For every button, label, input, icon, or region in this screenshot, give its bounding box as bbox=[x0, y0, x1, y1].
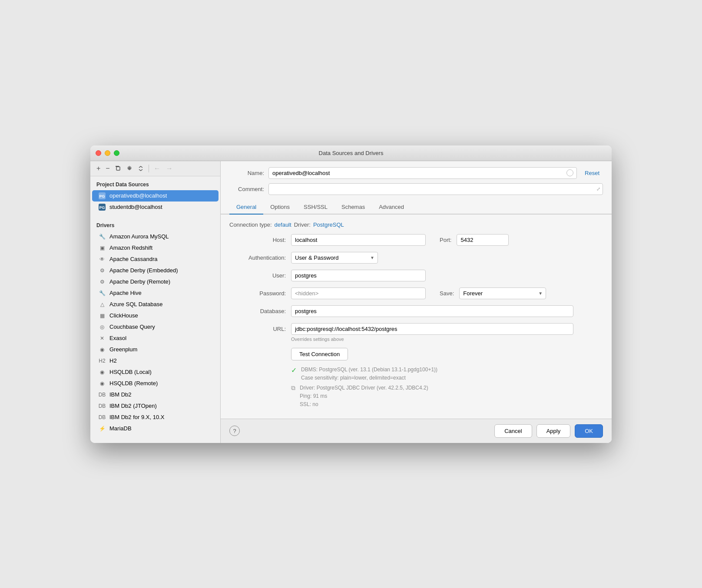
copy-button[interactable] bbox=[113, 165, 123, 172]
amazon-aurora-mysql-label: Amazon Aurora MySQL bbox=[109, 233, 169, 240]
driver-item-apache-cassandra[interactable]: 👁Apache Cassandra bbox=[92, 254, 219, 265]
driver-item-apache-derby-embedded[interactable]: ⚙Apache Derby (Embedded) bbox=[92, 265, 219, 276]
driver-item-amazon-aurora-mysql[interactable]: 🔧Amazon Aurora MySQL bbox=[92, 231, 219, 242]
driver-item-ibm-db2[interactable]: DBIBM Db2 bbox=[92, 389, 219, 400]
user-label: User: bbox=[229, 272, 286, 279]
apache-cassandra-label: Apache Cassandra bbox=[109, 256, 158, 262]
apache-cassandra-icon: 👁 bbox=[98, 255, 106, 263]
main-window: Data Sources and Drivers + − bbox=[90, 145, 612, 443]
add-button[interactable]: + bbox=[95, 164, 102, 173]
studentdb-icon: PG bbox=[98, 203, 106, 211]
driver-item-exasol[interactable]: ✕Exasol bbox=[92, 333, 219, 344]
tab-options[interactable]: Options bbox=[263, 200, 297, 215]
driver-item-ibm-db2-jtopen[interactable]: DBIBM Db2 (JTOpen) bbox=[92, 400, 219, 412]
drivers-list: 🔧Amazon Aurora MySQL▣Amazon Redshift👁Apa… bbox=[90, 231, 220, 434]
project-section-title: Project Data Sources bbox=[90, 176, 220, 190]
status-row-driver: ⧉ Driver: PostgreSQL JDBC Driver (ver. 4… bbox=[291, 384, 603, 409]
tab-advanced[interactable]: Advanced bbox=[372, 200, 411, 215]
tab-schemas[interactable]: Schemas bbox=[334, 200, 372, 215]
driver-item-apache-derby-remote[interactable]: ⚙Apache Derby (Remote) bbox=[92, 276, 219, 287]
reset-button[interactable]: Reset bbox=[581, 170, 603, 176]
exasol-label: Exasol bbox=[109, 335, 126, 341]
port-input[interactable] bbox=[457, 234, 509, 246]
back-button[interactable]: ← bbox=[152, 164, 162, 173]
close-button[interactable] bbox=[96, 150, 101, 156]
azure-sql-icon: △ bbox=[98, 301, 106, 308]
driver-item-mariadb[interactable]: ⚡MariaDB bbox=[92, 423, 219, 434]
mariadb-icon: ⚡ bbox=[98, 425, 106, 433]
remove-button[interactable]: − bbox=[104, 164, 111, 173]
azure-sql-label: Azure SQL Database bbox=[109, 301, 162, 307]
auth-label: Authentication: bbox=[229, 254, 286, 261]
conn-type-row: Connection type: default Driver: Postgre… bbox=[229, 221, 603, 228]
expand-icon: ⤢ bbox=[596, 186, 600, 192]
name-input[interactable] bbox=[268, 167, 577, 179]
driver-item-couchbase[interactable]: ◎Couchbase Query bbox=[92, 321, 219, 333]
driver-item-azure-sql[interactable]: △Azure SQL Database bbox=[92, 299, 219, 310]
driver-item-greenplum[interactable]: ◉Greenplum bbox=[92, 344, 219, 355]
maximize-button[interactable] bbox=[114, 150, 119, 156]
toolbar-separator bbox=[149, 165, 149, 172]
hsqldb-local-label: HSQLDB (Local) bbox=[109, 369, 152, 375]
driver-item-apache-hive[interactable]: 🔧Apache Hive bbox=[92, 287, 219, 299]
ibm-db2-label: IBM Db2 bbox=[109, 391, 132, 398]
status-ping: Ping: 91 ms bbox=[300, 392, 428, 400]
status-check-icon: ✓ bbox=[291, 366, 297, 374]
amazon-redshift-label: Amazon Redshift bbox=[109, 244, 152, 251]
database-input[interactable] bbox=[291, 305, 573, 317]
move-button[interactable] bbox=[136, 165, 146, 172]
couchbase-icon: ◎ bbox=[98, 323, 106, 331]
apply-button[interactable]: Apply bbox=[536, 424, 571, 438]
test-connection-button[interactable]: Test Connection bbox=[291, 348, 348, 360]
settings-button[interactable] bbox=[125, 165, 134, 172]
save-select[interactable]: Forever Until restart Never bbox=[459, 287, 546, 299]
cancel-button[interactable]: Cancel bbox=[494, 424, 532, 438]
driver-item-clickhouse[interactable]: ▦ClickHouse bbox=[92, 310, 219, 321]
ibm-db2-jtopen-label: IBM Db2 (JTOpen) bbox=[109, 403, 157, 409]
help-button[interactable]: ? bbox=[229, 426, 240, 436]
auth-select[interactable]: User & Password No auth pgpass bbox=[291, 252, 378, 264]
minimize-button[interactable] bbox=[105, 150, 110, 156]
password-input[interactable] bbox=[291, 287, 426, 299]
forward-button[interactable]: → bbox=[164, 164, 175, 173]
host-port-row: Host: Port: bbox=[229, 234, 603, 246]
apache-derby-remote-label: Apache Derby (Remote) bbox=[109, 278, 170, 285]
mariadb-label: MariaDB bbox=[109, 425, 132, 432]
operativedb-label: operativedb@localhost bbox=[109, 192, 167, 199]
comment-input[interactable] bbox=[268, 183, 603, 195]
amazon-aurora-mysql-icon: 🔧 bbox=[98, 233, 106, 241]
drivers-section: Drivers 🔧Amazon Aurora MySQL▣Amazon Reds… bbox=[90, 217, 220, 434]
tab-content: Connection type: default Driver: Postgre… bbox=[221, 215, 612, 419]
conn-type-link[interactable]: default bbox=[275, 221, 291, 228]
sidebar-item-studentdb[interactable]: PG studentdb@localhost bbox=[92, 202, 219, 213]
driver-item-hsqldb-remote[interactable]: ◉HSQLDB (Remote) bbox=[92, 378, 219, 389]
driver-item-amazon-redshift[interactable]: ▣Amazon Redshift bbox=[92, 242, 219, 254]
ibm-db2-9x-label: IBM Db2 for 9.X, 10.X bbox=[109, 414, 164, 420]
url-input[interactable] bbox=[291, 323, 573, 335]
bottom-bar: ? Cancel Apply OK bbox=[221, 419, 612, 443]
sidebar-item-operativedb[interactable]: PG operativedb@localhost bbox=[92, 190, 219, 202]
clickhouse-label: ClickHouse bbox=[109, 312, 138, 319]
driver-item-h2[interactable]: H2H2 bbox=[92, 355, 219, 367]
auth-row: Authentication: User & Password No auth … bbox=[229, 252, 603, 264]
loading-icon bbox=[566, 169, 573, 176]
ok-button[interactable]: OK bbox=[575, 424, 603, 438]
tabs: General Options SSH/SSL Schemas Advanced bbox=[221, 200, 612, 215]
database-label: Database: bbox=[229, 308, 286, 314]
driver-item-hsqldb-local[interactable]: ◉HSQLDB (Local) bbox=[92, 367, 219, 378]
host-input[interactable] bbox=[291, 234, 426, 246]
main-content: + − bbox=[90, 161, 612, 443]
user-input[interactable] bbox=[291, 270, 426, 281]
driver-link[interactable]: PostgreSQL bbox=[313, 221, 344, 228]
exasol-icon: ✕ bbox=[98, 334, 106, 342]
driver-label: Driver: bbox=[294, 221, 311, 228]
tab-general[interactable]: General bbox=[229, 200, 263, 215]
clickhouse-icon: ▦ bbox=[98, 312, 106, 320]
tab-sshssl[interactable]: SSH/SSL bbox=[297, 200, 334, 215]
driver-item-ibm-db2-9x[interactable]: DBIBM Db2 for 9.X, 10.X bbox=[92, 412, 219, 423]
hsqldb-remote-icon: ◉ bbox=[98, 380, 106, 387]
hsqldb-remote-label: HSQLDB (Remote) bbox=[109, 380, 158, 386]
h2-icon: H2 bbox=[98, 357, 106, 365]
window-controls bbox=[96, 150, 119, 156]
titlebar: Data Sources and Drivers bbox=[90, 145, 612, 161]
